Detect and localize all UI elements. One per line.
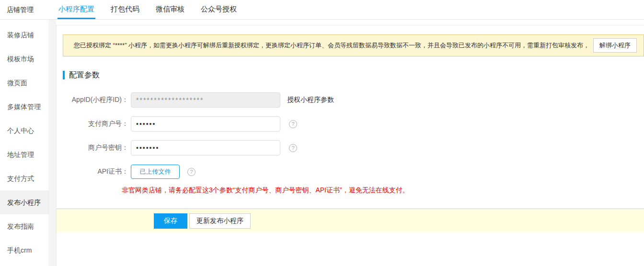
merchant-key-label: 商户号密钥：	[57, 144, 128, 152]
merchant-id-input[interactable]	[131, 116, 280, 132]
top-header: 店铺管理 小程序配置 打包代码 微信审核 公众号授权	[0, 0, 644, 20]
sidebar-item-micro-page[interactable]: 微页面	[0, 71, 49, 95]
tab-wechat-review[interactable]: 微信审核	[155, 0, 185, 19]
sidebar-item-mobile-crm[interactable]: 手机crm	[0, 238, 49, 262]
appid-input[interactable]	[131, 92, 280, 108]
uploaded-file-button[interactable]: 已上传文件	[131, 165, 180, 179]
config-form: AppID(小程序ID)： 授权小程序参数 支付商户号： ? 商户号密钥： ? …	[57, 88, 644, 194]
sidebar-item-payment[interactable]: 支付方式	[0, 166, 49, 190]
sidebar-item-publish-miniprogram[interactable]: 发布小程序	[0, 190, 49, 214]
api-cert-help-icon[interactable]: ?	[187, 168, 196, 176]
api-cert-row: API证书： 已上传文件 ?	[57, 160, 644, 184]
tab-miniprogram-config[interactable]: 小程序配置	[58, 0, 95, 19]
sidebar-item-multimedia[interactable]: 多媒体管理	[0, 95, 49, 119]
action-bar: 保存 更新发布小程序	[57, 209, 644, 233]
unbind-miniprogram-button[interactable]: 解绑小程序	[593, 38, 637, 53]
tab-official-account-auth[interactable]: 公众号授权	[200, 0, 238, 19]
sidebar: 装修店铺 模板市场 微页面 多媒体管理 个人中心 地址管理 支付方式 发布小程序…	[0, 20, 49, 266]
appid-hint: 授权小程序参数	[287, 96, 334, 104]
notice-text: 您已授权绑定 “****” 小程序，如需更换小程序可解绑后重新授权绑定，更换绑定…	[74, 41, 588, 50]
section-title: 配置参数	[63, 70, 644, 80]
save-button[interactable]: 保存	[154, 213, 187, 229]
merchant-key-row: 商户号密钥： ?	[57, 136, 644, 160]
merchant-id-label: 支付商户号：	[57, 120, 128, 128]
tab-package-code[interactable]: 打包代码	[110, 0, 140, 19]
authorization-notice-banner: 您已授权绑定 “****” 小程序，如需更换小程序可解绑后重新授权绑定，更换绑定…	[63, 34, 644, 56]
appid-label: AppID(小程序ID)：	[57, 96, 128, 104]
update-publish-button[interactable]: 更新发布小程序	[189, 213, 251, 229]
merchant-key-input[interactable]	[131, 140, 280, 155]
appid-row: AppID(小程序ID)： 授权小程序参数	[57, 88, 644, 112]
sidebar-item-decorate-shop[interactable]: 装修店铺	[0, 23, 49, 47]
sidebar-item-publish-guide[interactable]: 发布指南	[0, 214, 49, 238]
content-panel: 您已授权绑定 “****” 小程序，如需更换小程序可解绑后重新授权绑定，更换绑定…	[56, 25, 644, 266]
brand-title: 店铺管理	[0, 0, 49, 19]
title-accent-bar	[63, 71, 65, 79]
sidebar-item-template-market[interactable]: 模板市场	[0, 47, 49, 71]
payment-config-warning: 非官网类店铺，请务必配置这3个参数“支付商户号、商户号密钥、API证书”，避免无…	[122, 186, 644, 194]
merchant-id-row: 支付商户号： ?	[57, 112, 644, 136]
merchant-id-help-icon[interactable]: ?	[289, 120, 297, 128]
api-cert-label: API证书：	[57, 167, 128, 176]
layout-gutter	[50, 20, 56, 266]
tab-bar: 小程序配置 打包代码 微信审核 公众号授权	[58, 0, 252, 19]
sidebar-item-personal-center[interactable]: 个人中心	[0, 119, 49, 143]
section-title-text: 配置参数	[69, 70, 100, 80]
sidebar-item-address[interactable]: 地址管理	[0, 143, 49, 166]
merchant-key-help-icon[interactable]: ?	[289, 144, 297, 152]
